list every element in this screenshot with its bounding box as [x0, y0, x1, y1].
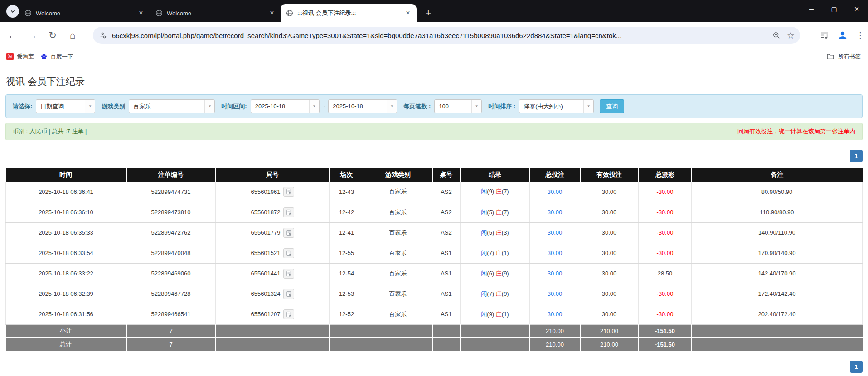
- bookmark-star-icon[interactable]: ☆: [787, 30, 795, 41]
- table-body: 2025-10-18 06:36:41522899474731655601961…: [6, 182, 863, 324]
- zoom-page-icon[interactable]: [772, 31, 781, 39]
- video-replay-icon[interactable]: [283, 228, 294, 238]
- round-id: 655601779: [251, 229, 280, 236]
- window-maximize-button[interactable]: ▢: [823, 0, 845, 18]
- bookmark-baidu[interactable]: 百度一下: [40, 53, 73, 61]
- date-to-select[interactable]: 2025-10-18 ▼: [328, 99, 397, 113]
- tab-search-button[interactable]: [6, 5, 19, 18]
- cell-time: 2025-10-18 06:36:10: [6, 202, 126, 222]
- total-bet-link[interactable]: 30.00: [548, 209, 563, 216]
- tab-welcome-2[interactable]: Welcome ×: [150, 4, 281, 22]
- video-replay-icon[interactable]: [283, 269, 294, 279]
- cell-bet-id: 522899469060: [126, 263, 216, 284]
- chevron-down-icon: [10, 9, 15, 14]
- total-row: 总计 7 210.00 210.00 -151.50: [6, 337, 863, 351]
- total-bet-link[interactable]: 30.00: [548, 229, 563, 236]
- page-size-select[interactable]: 100 ▼: [434, 99, 482, 113]
- tab-close-icon[interactable]: ×: [137, 9, 145, 17]
- col-header-bet-id: 注单编号: [126, 168, 216, 182]
- table-row: 2025-10-18 06:36:10522899473810655601872…: [6, 202, 863, 222]
- pagination-page-1-bottom[interactable]: 1: [850, 361, 863, 373]
- cell-total-bet: 30.00: [530, 304, 580, 324]
- subtotal-payout: -151.50: [639, 324, 692, 337]
- toolbar-right-icons: ⋮: [820, 27, 864, 44]
- col-header-valid-bet: 有效投注: [580, 168, 639, 182]
- pagination-page-1-top[interactable]: 1: [850, 150, 863, 162]
- subtotal-label: 小计: [6, 324, 126, 337]
- cell-note: 172.40/142.40: [692, 284, 863, 304]
- sort-select[interactable]: 降幂(由大到小) ▼: [519, 99, 594, 113]
- table-row: 2025-10-18 06:31:56522899466541655601207…: [6, 304, 863, 324]
- video-replay-icon[interactable]: [283, 248, 294, 258]
- cell-bet-id: 522899472762: [126, 222, 216, 243]
- cell-game-type: 百家乐: [364, 284, 432, 304]
- window-close-button[interactable]: ✕: [845, 0, 868, 18]
- reload-icon[interactable]: ↻: [43, 30, 63, 41]
- round-id: 655601441: [251, 270, 280, 277]
- total-bet-link[interactable]: 30.00: [548, 270, 563, 277]
- back-icon[interactable]: ←: [3, 30, 23, 41]
- cell-bet-id: 522899470048: [126, 243, 216, 263]
- cell-table-no: AS1: [432, 243, 461, 263]
- cell-game-type: 百家乐: [364, 243, 432, 263]
- tab-close-icon[interactable]: ×: [268, 9, 276, 17]
- date-from-select[interactable]: 2025-10-18 ▼: [251, 99, 320, 113]
- url-text[interactable]: 66cxkj98.com/ipl/portal.php/game/betreco…: [112, 32, 766, 39]
- bookmark-label: 百度一下: [51, 53, 73, 61]
- cell-time: 2025-10-18 06:33:22: [6, 263, 126, 284]
- table-row: 2025-10-18 06:35:33522899472762655601779…: [6, 222, 863, 243]
- site-settings-icon[interactable]: [99, 31, 107, 39]
- video-replay-icon[interactable]: [283, 207, 294, 217]
- col-header-time: 时间: [6, 168, 126, 182]
- forward-icon[interactable]: →: [23, 30, 43, 41]
- window-controls: ─ ▢ ✕: [800, 0, 868, 18]
- media-controls-icon[interactable]: [820, 31, 829, 40]
- address-bar[interactable]: 66cxkj98.com/ipl/portal.php/game/betreco…: [93, 27, 800, 44]
- new-tab-button[interactable]: +: [422, 7, 435, 19]
- bookmark-aitaobao[interactable]: 淘 爱淘宝: [6, 53, 34, 61]
- cell-bet-id: 522899474731: [126, 182, 216, 202]
- game-type-select[interactable]: 百家乐 ▼: [129, 99, 215, 113]
- tab-welcome-1[interactable]: Welcome ×: [19, 4, 150, 22]
- cell-note: 202.40/172.40: [692, 304, 863, 324]
- cell-total-bet: 30.00: [530, 202, 580, 222]
- bet-records-table: 时间 注单编号 局号 场次 游戏类别 桌号 结果 总投注 有效投注 总派彩 备注…: [5, 168, 863, 351]
- cell-time: 2025-10-18 06:36:41: [6, 182, 126, 202]
- cell-time: 2025-10-18 06:33:54: [6, 243, 126, 263]
- col-header-round: 局号: [216, 168, 330, 182]
- cell-round: 655601207: [216, 304, 330, 324]
- taobao-icon: 淘: [6, 53, 14, 60]
- home-icon[interactable]: ⌂: [63, 30, 82, 41]
- search-button[interactable]: 查询: [600, 99, 624, 113]
- col-header-game-type: 游戏类别: [364, 168, 432, 182]
- valid-bet-notice-text: 同局有效投注，统一计算在该局第一张注单内: [737, 127, 855, 135]
- video-replay-icon[interactable]: [283, 187, 294, 197]
- total-valid-bet: 210.00: [580, 337, 639, 351]
- cell-total-bet: 30.00: [530, 243, 580, 263]
- cell-time: 2025-10-18 06:31:56: [6, 304, 126, 324]
- cell-result: 闲(7) 庄(9): [461, 284, 530, 304]
- cell-valid-bet: 30.00: [580, 202, 639, 222]
- tab-betrecord-active[interactable]: :::视讯 会员下注纪录::: ×: [281, 4, 417, 22]
- video-replay-icon[interactable]: [283, 289, 294, 299]
- window-minimize-button[interactable]: ─: [800, 0, 823, 18]
- menu-dots-icon[interactable]: ⋮: [856, 30, 864, 40]
- total-bet-link[interactable]: 30.00: [548, 311, 563, 318]
- total-bet-link[interactable]: 30.00: [548, 188, 563, 195]
- profile-avatar-icon[interactable]: [837, 30, 848, 41]
- total-bet-link[interactable]: 30.00: [548, 290, 563, 297]
- cell-table-no: AS2: [432, 202, 461, 222]
- total-bet-link[interactable]: 30.00: [548, 250, 563, 256]
- tab-title: :::视讯 会员下注纪录:::: [297, 9, 404, 17]
- game-type-label: 游戏类别: [102, 102, 125, 111]
- cell-round: 655601961: [216, 182, 330, 202]
- video-replay-icon[interactable]: [283, 309, 294, 319]
- all-bookmarks-label: 所有书签: [838, 53, 861, 61]
- cell-payout: -30.00: [639, 304, 692, 324]
- col-header-session: 场次: [330, 168, 364, 182]
- cell-payout: -30.00: [639, 182, 692, 202]
- tab-close-icon[interactable]: ×: [404, 9, 412, 17]
- query-type-select[interactable]: 日期查询 ▼: [36, 99, 95, 113]
- all-bookmarks[interactable]: 所有书签: [818, 53, 861, 61]
- cell-valid-bet: 30.00: [580, 243, 639, 263]
